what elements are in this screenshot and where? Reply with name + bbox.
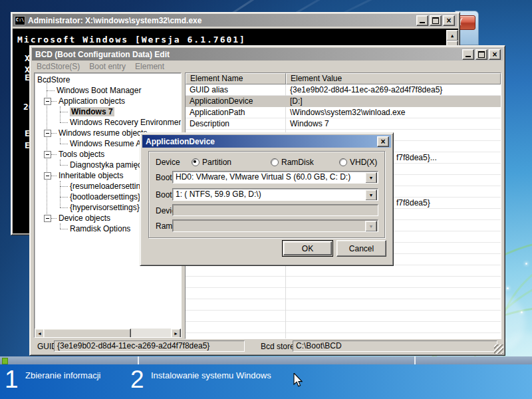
frame-notch	[138, 356, 139, 364]
tree-item-application-objects[interactable]: Application objects	[35, 96, 125, 106]
bcd-store-label: Bcd store:	[261, 342, 297, 351]
guid-value: {3e1e9b02-d8d4-11ec-a269-a2d4f7f8dea5}	[54, 340, 245, 352]
tree-item-device-objects[interactable]: Device objects	[35, 213, 110, 223]
dropdown-icon[interactable]: ▼	[365, 172, 377, 184]
mouse-cursor	[293, 373, 303, 387]
table-row[interactable]: Description Windows 7	[186, 118, 501, 130]
tree-item-bcdstore[interactable]: BcdStore	[35, 74, 70, 85]
dialog-title: ApplicationDevice	[146, 137, 215, 146]
cmd-title: Administrator: X:\windows\system32\cmd.e…	[28, 16, 201, 25]
resize-grip[interactable]	[494, 344, 503, 354]
step1-number: 1	[5, 367, 19, 392]
cmd-minimize-icon[interactable]	[416, 15, 428, 26]
ramdisk-radio-label[interactable]: RamDisk	[281, 158, 314, 167]
collapse-icon[interactable]	[44, 151, 51, 158]
scroll-right-icon[interactable]: ►	[171, 329, 181, 338]
cmd-close-icon[interactable]: ×	[443, 15, 455, 26]
bcd-store-value: C:\Boot\BCD	[293, 340, 497, 352]
partition-radio-label[interactable]: Partition	[202, 158, 231, 167]
cmd-maximize-icon[interactable]	[430, 15, 442, 26]
collapse-icon[interactable]	[44, 215, 51, 222]
screen: C:\ Administrator: X:\windows\system32\c…	[0, 0, 532, 399]
bcd-close-icon[interactable]: ×	[489, 49, 501, 60]
menu-bcdstore[interactable]: BcdStore(S)	[32, 61, 84, 72]
collapse-icon[interactable]	[44, 130, 51, 137]
boot-part-select[interactable]: 1: ( NTFS, 59.9 GB, D:\) ▼	[172, 188, 378, 201]
device-label: Device	[156, 158, 180, 167]
device-file-input	[172, 204, 378, 216]
table-row[interactable]: GUID alias {3e1e9b02-d8d4-11ec-a269-a2d4…	[186, 84, 501, 96]
tree-item-bootloadersettings[interactable]: {bootloadersettings}	[35, 192, 140, 202]
applicationdevice-dialog: ApplicationDevice × Device Partition Ram…	[140, 132, 394, 266]
bcd-statusbar: GUID: {3e1e9b02-d8d4-11ec-a269-a2d4f7f8d…	[32, 340, 503, 352]
bcd-minimize-icon[interactable]	[462, 49, 474, 60]
table-row[interactable]: ApplicationPath \Windows\system32\winloa…	[186, 107, 501, 118]
column-header-element-value[interactable]: Element Value	[286, 73, 501, 84]
tree-item-windows-resume-objects[interactable]: Windows resume objects	[35, 128, 147, 138]
menu-boot-entry[interactable]: Boot entry	[84, 61, 130, 72]
tree-item-hypervisorsettings[interactable]: {hypervisorsettings}	[35, 202, 140, 213]
console-line: Microsoft Windows [Wersja 6.1.7601]	[17, 35, 246, 45]
dialog-close-icon[interactable]: ×	[377, 136, 389, 147]
bcd-titlebar[interactable]: BCD (Boot Configuration Data) Edit ×	[32, 48, 503, 61]
cmd-icon: C:\	[15, 16, 25, 25]
bcd-maximize-icon[interactable]	[475, 49, 487, 60]
step2-number: 2	[130, 367, 144, 392]
tree-item-resumeloadersettings[interactable]: {resumeloadersettings}	[35, 181, 152, 192]
dropdown-icon[interactable]: ▼	[365, 190, 377, 201]
cancel-button[interactable]: Cancel	[336, 240, 386, 257]
setup-bottom-frame	[0, 356, 532, 364]
table-row-selected[interactable]: ApplicationDevice [D:]	[186, 96, 501, 107]
tree-item-windows-boot-manager[interactable]: Windows Boot Manager	[35, 85, 141, 96]
tree-item-tools-objects[interactable]: Tools objects	[35, 149, 104, 160]
step1-label: Zbieranie informacji	[25, 370, 100, 380]
boot-disk-select[interactable]: HD0: VMware, VMware Virtual S (60.0 GB, …	[172, 171, 378, 184]
cmd-titlebar[interactable]: C:\ Administrator: X:\windows\system32\c…	[13, 14, 457, 27]
tree-item-inheritable-objects[interactable]: Inheritable objects	[35, 170, 123, 181]
collapse-icon[interactable]	[44, 98, 51, 105]
ok-button[interactable]: OK	[282, 240, 333, 257]
step2-label: Instalowanie systemu Windows	[151, 370, 271, 380]
progress-indicator	[2, 358, 8, 364]
ramdisk-radio[interactable]	[271, 158, 279, 166]
tree-horizontal-scrollbar[interactable]: ◄ ►	[35, 329, 181, 337]
partition-radio[interactable]	[192, 158, 200, 166]
ramdisk-select: ▼	[172, 219, 378, 232]
setup-steps-band: 1 Zbieranie informacji 2 Instalowanie sy…	[0, 364, 532, 399]
column-header-element-name[interactable]: Element Name	[186, 73, 286, 84]
bcd-menubar: BcdStore(S) Boot entry Element	[32, 61, 503, 72]
tree-item-windows-7[interactable]: Windows 7	[35, 106, 114, 117]
tree-scroll-thumb[interactable]	[43, 329, 131, 338]
tree-item-windows-recovery-environment[interactable]: Windows Recovery Environment	[35, 117, 182, 128]
bcd-title: BCD (Boot Configuration Data) Edit	[35, 50, 170, 59]
tree-item-ramdisk-options[interactable]: Ramdisk Options	[35, 223, 130, 234]
menu-element[interactable]: Element	[130, 61, 169, 72]
collapse-icon[interactable]	[44, 172, 51, 180]
vhdx-radio[interactable]	[339, 158, 347, 166]
vhdx-radio-label[interactable]: VHD(X)	[350, 158, 377, 167]
scroll-up-icon[interactable]: ▲	[446, 30, 458, 41]
dropdown-icon: ▼	[365, 221, 377, 232]
frame-notch	[414, 356, 416, 364]
dialog-titlebar[interactable]: ApplicationDevice ×	[142, 135, 391, 148]
